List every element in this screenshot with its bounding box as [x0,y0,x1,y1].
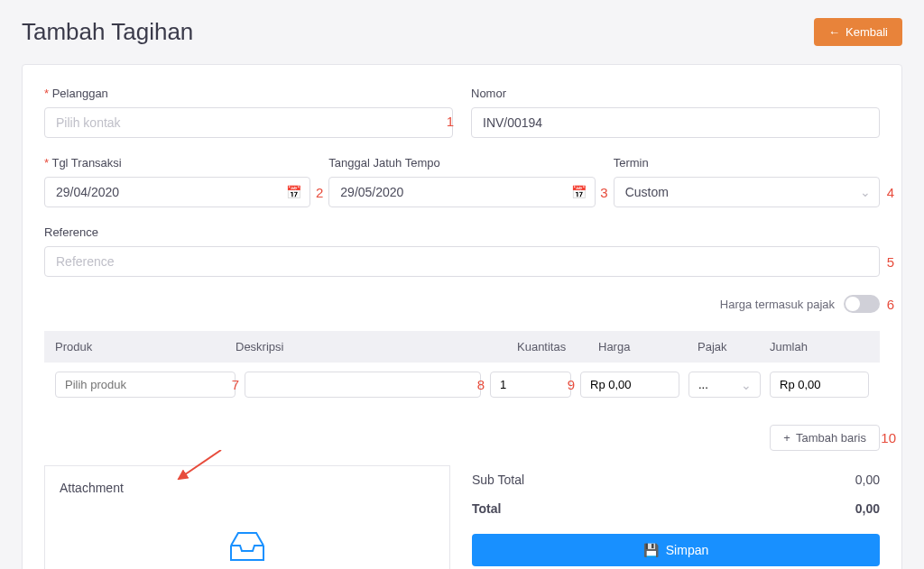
form-card: Pelanggan 1 Nomor Tgl Transaksi 📅 2 Tang… [22,64,902,569]
pajak-select[interactable] [688,372,761,398]
line-items-header: Produk Deskripsi Kuantitas Harga Pajak J… [44,331,880,363]
line-item-row: 7 8 9 ⌄ [44,363,880,407]
annotation-5: 5 [887,254,894,270]
simpan-label: Simpan [666,543,708,557]
attachment-title: Attachment [60,481,435,495]
plus-icon: + [783,431,790,445]
subtotal-value: 0,00 [855,473,880,487]
jatuh-tempo-input[interactable] [328,177,595,207]
tambah-baris-label: Tambah baris [796,431,866,445]
annotation-9: 9 [568,377,575,392]
annotation-8: 8 [477,377,485,392]
nomor-input[interactable] [471,107,880,138]
back-label: Kembali [845,25,888,39]
simpan-button[interactable]: 💾 Simpan [472,534,880,566]
annotation-4: 4 [887,185,894,200]
col-jumlah: Jumlah [770,340,869,353]
annotation-1: 1 [447,114,454,129]
nomor-label: Nomor [471,87,880,100]
total-label: Total [472,501,501,516]
page-title: Tambah Tagihan [22,18,193,46]
deskripsi-input[interactable] [245,372,481,398]
svg-line-0 [179,450,221,479]
reference-input[interactable] [44,246,880,277]
total-value: 0,00 [855,501,880,516]
col-produk: Produk [55,340,236,353]
termin-select[interactable] [614,177,880,207]
arrow-left-icon: ← [828,25,840,39]
termin-label: Termin [614,156,880,170]
tgl-transaksi-input[interactable] [44,177,310,207]
file-drop-zone[interactable]: Klik atau seret file ke area ini untuk m… [60,509,435,569]
reference-label: Reference [44,225,880,239]
jatuh-tempo-label: Tanggal Jatuh Tempo [328,156,595,170]
jumlah-input[interactable] [770,372,869,398]
pelanggan-label: Pelanggan [44,87,453,100]
col-harga: Harga [598,340,698,353]
save-icon: 💾 [643,543,659,557]
attachment-panel: Attachment Klik atau seret file ke area … [44,465,450,569]
produk-input[interactable] [55,372,236,398]
harga-pajak-label: Harga termasuk pajak [720,298,835,311]
totals-panel: Sub Total 0,00 Total 0,00 💾 Simpan [472,465,880,569]
tambah-baris-button[interactable]: + Tambah baris [770,425,880,451]
annotation-10: 10 [881,430,896,445]
inbox-icon [69,528,426,566]
annotation-6: 6 [887,297,894,312]
col-deskripsi: Deskripsi [236,340,517,353]
annotation-2: 2 [316,185,323,200]
annotation-7: 7 [232,377,239,392]
harga-pajak-toggle[interactable] [844,295,880,313]
col-kuantitas: Kuantitas [517,340,598,353]
tgl-transaksi-label: Tgl Transaksi [44,156,310,170]
back-button[interactable]: ← Kembali [814,18,902,46]
annotation-3: 3 [600,185,607,200]
harga-input[interactable] [580,372,679,398]
arrow-annotation [171,450,226,486]
subtotal-label: Sub Total [472,473,524,487]
pelanggan-input[interactable] [44,107,453,138]
qty-input[interactable] [490,372,571,398]
col-pajak: Pajak [698,340,770,353]
